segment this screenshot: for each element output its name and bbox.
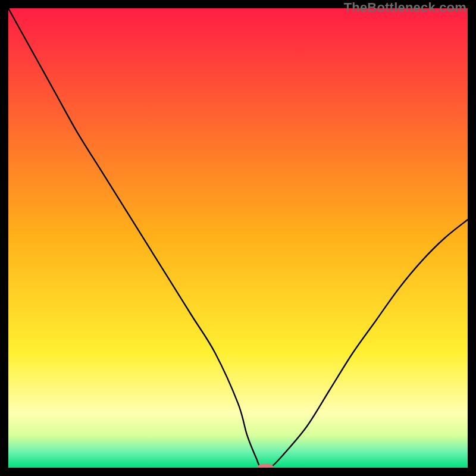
chart-plot xyxy=(8,8,468,468)
chart-svg xyxy=(8,8,468,468)
chart-stage: TheBottleneck.com xyxy=(0,0,476,476)
chart-background xyxy=(8,8,468,468)
